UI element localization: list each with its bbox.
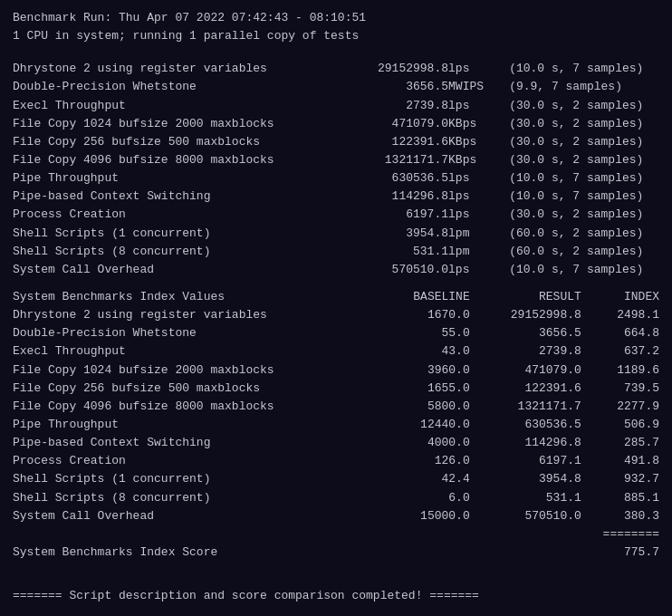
- bench-note: (10.0 s, 7 samples): [509, 188, 659, 206]
- benchmark-row: File Copy 4096 bufsize 8000 maxblocks 13…: [13, 151, 659, 169]
- index-data-row: Dhrystone 2 using register variables 167…: [13, 306, 659, 324]
- bench-note: (30.0 s, 2 samples): [509, 133, 659, 151]
- idx-result: 1321171.7: [470, 398, 581, 416]
- bench-note: (60.0 s, 2 samples): [509, 225, 659, 243]
- bench-unit: lps: [448, 60, 509, 78]
- bench-note: (30.0 s, 2 samples): [509, 97, 659, 115]
- idx-index: 380.3: [581, 507, 659, 525]
- idx-name: System Call Overhead: [13, 507, 370, 525]
- score-label: System Benchmarks Index Score: [13, 544, 370, 562]
- bench-unit: MWIPS: [448, 78, 509, 96]
- bench-value: 114296.8: [337, 188, 448, 206]
- bench-value: 122391.6: [337, 133, 448, 151]
- bench-name: Process Creation: [13, 206, 337, 224]
- idx-result: 471079.0: [470, 361, 581, 380]
- idx-result: 3656.5: [470, 324, 581, 342]
- index-data-row: Shell Scripts (1 concurrent) 42.4 3954.8…: [13, 470, 659, 488]
- idx-baseline: 15000.0: [370, 507, 470, 525]
- benchmark-row: File Copy 1024 bufsize 2000 maxblocks 47…: [13, 115, 659, 133]
- idx-result: 531.1: [470, 489, 581, 507]
- idx-index: 2277.9: [581, 398, 659, 416]
- idx-index: 664.8: [581, 324, 659, 342]
- idx-index: 885.1: [581, 489, 659, 507]
- bench-note: (10.0 s, 7 samples): [509, 261, 659, 279]
- idx-result: 3954.8: [470, 470, 581, 488]
- bench-value: 471079.0: [337, 115, 448, 133]
- index-col-index: INDEX: [581, 288, 659, 306]
- bench-name: File Copy 1024 bufsize 2000 maxblocks: [13, 115, 337, 133]
- header-line1: Benchmark Run: Thu Apr 07 2022 07:42:43 …: [13, 9, 659, 27]
- bench-note: (60.0 s, 2 samples): [509, 243, 659, 261]
- bench-name: Shell Scripts (1 concurrent): [13, 225, 337, 243]
- bench-name: Pipe-based Context Switching: [13, 188, 337, 206]
- idx-baseline: 42.4: [370, 470, 470, 488]
- bench-name: Dhrystone 2 using register variables: [13, 60, 337, 78]
- index-data-row: Shell Scripts (8 concurrent) 6.0 531.1 8…: [13, 489, 659, 507]
- idx-name: File Copy 4096 bufsize 8000 maxblocks: [13, 398, 370, 416]
- benchmarks-table: Dhrystone 2 using register variables 291…: [13, 60, 659, 279]
- idx-index: 637.2: [581, 342, 659, 361]
- idx-result: 570510.0: [470, 507, 581, 525]
- bench-note: (9.9, 7 samples): [509, 78, 659, 96]
- benchmark-row: Double-Precision Whetstone 3656.5 MWIPS …: [13, 78, 659, 96]
- idx-index: 932.7: [581, 470, 659, 488]
- index-data-row: System Call Overhead 15000.0 570510.0 38…: [13, 507, 659, 525]
- bench-value: 570510.0: [337, 261, 448, 279]
- benchmark-row: Process Creation 6197.1 lps (30.0 s, 2 s…: [13, 206, 659, 224]
- index-table: System Benchmarks Index Values BASELINE …: [13, 288, 659, 562]
- bench-unit: lpm: [448, 225, 509, 243]
- completed-line: ======= Script description and score com…: [13, 587, 659, 605]
- bench-note: (10.0 s, 7 samples): [509, 60, 659, 78]
- score-row: System Benchmarks Index Score 775.7: [13, 544, 659, 562]
- benchmark-row: Pipe Throughput 630536.5 lps (10.0 s, 7 …: [13, 169, 659, 188]
- idx-name: File Copy 1024 bufsize 2000 maxblocks: [13, 361, 370, 380]
- idx-name: File Copy 256 bufsize 500 maxblocks: [13, 380, 370, 398]
- index-data-row: File Copy 256 bufsize 500 maxblocks 1655…: [13, 380, 659, 398]
- bench-note: (30.0 s, 2 samples): [509, 151, 659, 169]
- header-section: Benchmark Run: Thu Apr 07 2022 07:42:43 …: [13, 9, 659, 45]
- index-col-baseline: BASELINE: [370, 288, 470, 306]
- bench-name: Pipe Throughput: [13, 169, 337, 188]
- bench-unit: lps: [448, 206, 509, 224]
- bench-unit: KBps: [448, 151, 509, 169]
- index-data-row: File Copy 4096 bufsize 8000 maxblocks 58…: [13, 398, 659, 416]
- bench-unit: lpm: [448, 243, 509, 261]
- bench-name: File Copy 4096 bufsize 8000 maxblocks: [13, 151, 337, 169]
- idx-index: 2498.1: [581, 306, 659, 324]
- idx-baseline: 1655.0: [370, 380, 470, 398]
- idx-result: 630536.5: [470, 416, 581, 434]
- bench-unit: KBps: [448, 115, 509, 133]
- idx-result: 2739.8: [470, 342, 581, 361]
- idx-baseline: 43.0: [370, 342, 470, 361]
- idx-baseline: 55.0: [370, 324, 470, 342]
- benchmark-row: Shell Scripts (1 concurrent) 3954.8 lpm …: [13, 225, 659, 243]
- idx-baseline: 12440.0: [370, 416, 470, 434]
- bench-name: Double-Precision Whetstone: [13, 78, 337, 96]
- idx-name: Double-Precision Whetstone: [13, 324, 370, 342]
- bench-unit: lps: [448, 188, 509, 206]
- idx-name: Execl Throughput: [13, 342, 370, 361]
- bench-value: 1321171.7: [337, 151, 448, 169]
- idx-baseline: 3960.0: [370, 361, 470, 380]
- idx-name: Process Creation: [13, 452, 370, 470]
- idx-result: 29152998.8: [470, 306, 581, 324]
- idx-baseline: 5800.0: [370, 398, 470, 416]
- bench-value: 630536.5: [337, 169, 448, 188]
- score-value: 775.7: [581, 544, 659, 562]
- index-col-name: System Benchmarks Index Values: [13, 288, 370, 306]
- benchmark-row: System Call Overhead 570510.0 lps (10.0 …: [13, 261, 659, 279]
- idx-name: Shell Scripts (1 concurrent): [13, 470, 370, 488]
- bench-unit: lps: [448, 169, 509, 188]
- idx-baseline: 4000.0: [370, 434, 470, 452]
- idx-name: Shell Scripts (8 concurrent): [13, 489, 370, 507]
- idx-name: Pipe Throughput: [13, 416, 370, 434]
- bench-name: File Copy 256 bufsize 500 maxblocks: [13, 133, 337, 151]
- idx-name: Pipe-based Context Switching: [13, 434, 370, 452]
- idx-result: 114296.8: [470, 434, 581, 452]
- bench-value: 29152998.8: [337, 60, 448, 78]
- benchmark-row: Pipe-based Context Switching 114296.8 lp…: [13, 188, 659, 206]
- index-data-row: Execl Throughput 43.0 2739.8 637.2: [13, 342, 659, 361]
- index-data-row: Pipe-based Context Switching 4000.0 1142…: [13, 434, 659, 452]
- idx-index: 1189.6: [581, 361, 659, 380]
- idx-baseline: 126.0: [370, 452, 470, 470]
